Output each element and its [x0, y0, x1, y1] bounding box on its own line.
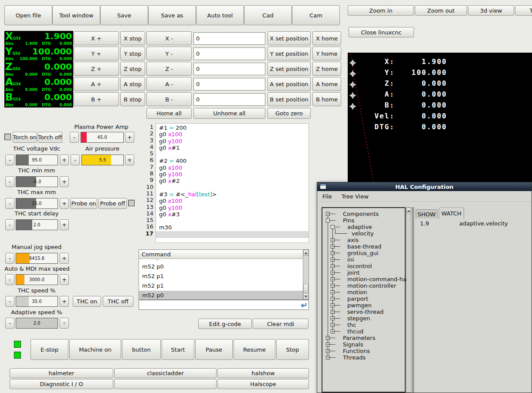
jog-z-stop-button[interactable]: Z stop: [120, 62, 145, 76]
tree-expander-plus[interactable]: +: [326, 356, 330, 359]
tree-item-pins[interactable]: Pins: [343, 217, 354, 224]
jog-x-plus-button[interactable]: X +: [74, 31, 119, 45]
tree-expander-plus[interactable]: +: [331, 329, 335, 333]
jog-x-minus-button[interactable]: X -: [146, 31, 192, 45]
tab-watch[interactable]: WATCH: [439, 208, 464, 218]
gcode-editor[interactable]: #1 = 200g0 x100g0 y100g0 x#1#2 = 400g0 x…: [156, 123, 309, 238]
tree-item-motion[interactable]: motion: [347, 289, 367, 296]
tree-expander-plus[interactable]: +: [331, 316, 335, 320]
halshow-button[interactable]: halshow: [217, 368, 309, 378]
thc-off-button[interactable]: THC off: [103, 296, 133, 307]
z-position-input[interactable]: 0: [193, 63, 265, 75]
tree-item-grotius-gui[interactable]: grotius_gui: [347, 250, 379, 256]
torch-off-button[interactable]: Torch off: [38, 132, 62, 143]
edit-gcode-button[interactable]: Edit g-code: [198, 319, 252, 329]
close-linuxcnc-button[interactable]: Close linuxcnc: [349, 27, 414, 37]
y-set-position-button[interactable]: Y set position: [268, 47, 311, 60]
tree-item-servo-thread[interactable]: servo-thread: [347, 309, 383, 315]
jog-z-plus-button[interactable]: Z +: [74, 62, 119, 76]
tree-expander-minus[interactable]: -: [326, 218, 330, 222]
jog-y-minus-button[interactable]: Y -: [146, 47, 192, 60]
resume-button[interactable]: Resume: [234, 339, 275, 360]
start-button[interactable]: Start: [162, 339, 194, 360]
thc-voltage-plus-button[interactable]: +: [60, 155, 69, 165]
scroll-up-button[interactable]: [303, 250, 308, 256]
tree-item-parport[interactable]: parport: [347, 296, 368, 302]
tree-expander-plus[interactable]: +: [331, 271, 335, 275]
plasma-spinbox[interactable]: 45.0: [81, 132, 124, 143]
thc-min-spinbox[interactable]: -5.0: [16, 176, 58, 187]
tree-expander-plus[interactable]: +: [331, 251, 335, 255]
command-column-header[interactable]: Command: [139, 250, 303, 259]
tool-window-button[interactable]: Tool window: [52, 5, 100, 25]
hal-tree-scrollbar[interactable]: [406, 207, 411, 393]
menu-tree-view[interactable]: Tree View: [342, 193, 369, 200]
probe-checkbox[interactable]: [128, 200, 135, 206]
thc-delay-plus-button[interactable]: +: [60, 219, 69, 230]
mdi-history-row[interactable]: m52 p0: [139, 262, 303, 272]
mdi-history-scrollbar[interactable]: [303, 250, 308, 299]
tree-item-parameters[interactable]: Parameters: [343, 335, 375, 341]
tree-item-pwmgen[interactable]: pwmgen: [347, 302, 372, 309]
classicladder-button[interactable]: classicladder: [114, 368, 217, 378]
tree-expander-plus[interactable]: +: [331, 258, 335, 262]
tree-item-joint[interactable]: joint: [347, 269, 360, 276]
thc-speed-minus-button[interactable]: -: [5, 296, 14, 307]
x-home-button[interactable]: X home: [312, 31, 341, 45]
stop-button[interactable]: Stop: [276, 339, 309, 360]
machine-on-button[interactable]: Machine on: [69, 339, 121, 360]
tree-expander-plus[interactable]: +: [331, 277, 335, 281]
adaptive-speed-minus-button[interactable]: -: [5, 318, 14, 329]
tree-item-signals[interactable]: Signals: [343, 341, 363, 348]
thc-speed-spinbox[interactable]: 35.0: [16, 296, 58, 307]
tree-expander-plus[interactable]: +: [326, 349, 330, 353]
tree-item-iocontrol[interactable]: iocontrol: [347, 263, 372, 269]
jog-b-minus-button[interactable]: B -: [146, 92, 192, 106]
tree-item-thc[interactable]: thc: [347, 322, 356, 328]
a-position-input[interactable]: 0: [193, 78, 265, 91]
z-set-position-button[interactable]: Z set position: [268, 62, 311, 76]
b-position-input[interactable]: 0: [193, 93, 265, 106]
adaptive-speed-plus-button[interactable]: +: [60, 318, 69, 329]
thc-min-plus-button[interactable]: +: [60, 176, 69, 187]
tree-expander-plus[interactable]: +: [331, 303, 335, 307]
scroll-down-button[interactable]: [303, 293, 308, 299]
save-as-button[interactable]: Save as: [148, 5, 196, 25]
tree-expander-minus[interactable]: -: [331, 225, 335, 229]
tree-item-thcud[interactable]: thcud: [347, 328, 363, 335]
home-all-button[interactable]: Home all: [146, 108, 192, 119]
clear-mdi-button[interactable]: Clear mdi: [253, 319, 308, 329]
jog-x-stop-button[interactable]: X stop: [120, 31, 145, 45]
tab-show[interactable]: SHOW: [416, 209, 437, 218]
x-position-input[interactable]: 0: [193, 32, 265, 45]
thc-voltage-minus-button[interactable]: -: [5, 155, 14, 165]
tree-expander-plus[interactable]: +: [326, 212, 330, 216]
probe-off-button[interactable]: Probe off: [98, 198, 127, 209]
mdi-history-list[interactable]: Command m52 p0m52 p0m52 p1m52 p1m52 p0: [139, 249, 309, 300]
cam-button[interactable]: Cam: [292, 5, 340, 25]
x-set-position-button[interactable]: X set position: [268, 31, 311, 45]
scrollbar-thumb[interactable]: [303, 284, 308, 292]
air-pressure-plus-button[interactable]: +: [125, 155, 134, 165]
tree-expander-plus[interactable]: +: [331, 264, 335, 268]
open-file-button[interactable]: Open file: [4, 5, 52, 25]
cad-button[interactable]: Cad: [244, 5, 292, 25]
max-speed-plus-button[interactable]: +: [60, 274, 69, 285]
a-set-position-button[interactable]: A set position: [268, 77, 311, 91]
y-position-input[interactable]: 0: [193, 47, 265, 60]
plasma-minus-button[interactable]: -: [70, 132, 79, 143]
empty-utility-button[interactable]: [114, 379, 217, 389]
tree-item-velocity[interactable]: velocity: [352, 230, 374, 237]
mdi-input[interactable]: [139, 300, 309, 310]
zoom-in-button[interactable]: Zoom in: [348, 5, 414, 16]
jog-b-plus-button[interactable]: B +: [74, 92, 119, 106]
thc-max-plus-button[interactable]: +: [60, 198, 69, 209]
tree-item-adaptive[interactable]: adaptive: [347, 224, 372, 230]
save-button[interactable]: Save: [100, 5, 148, 25]
goto-zero-button[interactable]: Goto zero: [268, 108, 311, 119]
tree-expander-plus[interactable]: +: [326, 343, 330, 346]
thc-max-spinbox[interactable]: 25.0: [16, 198, 58, 209]
thc-max-minus-button[interactable]: -: [5, 198, 14, 209]
tree-item-ini[interactable]: ini: [347, 256, 354, 263]
adaptive-speed-spinbox[interactable]: 2.0: [16, 318, 58, 329]
